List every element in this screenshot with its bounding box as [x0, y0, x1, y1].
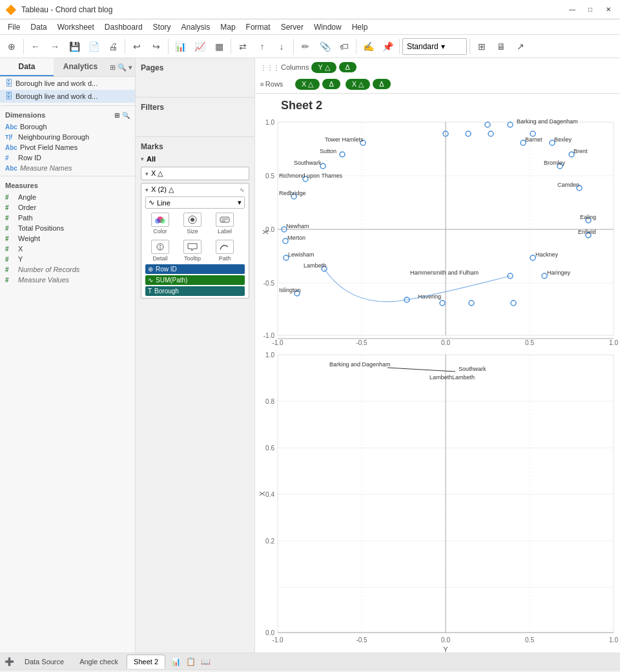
tab-data[interactable]: Data — [0, 58, 54, 76]
menu-story[interactable]: Story — [148, 21, 176, 33]
menu-file[interactable]: File — [3, 21, 25, 33]
tab-analytics[interactable]: Analytics — [54, 58, 107, 76]
datasource-2[interactable]: 🗄 Borough live and work d... — [0, 90, 135, 103]
rows-pill-x2[interactable]: X △ — [346, 79, 370, 90]
toolbar-undo[interactable]: ↩ — [128, 37, 146, 56]
datasource-1[interactable]: 🗄 Borough live and work d... — [0, 77, 135, 90]
tab-add-icon[interactable]: ➕ — [3, 657, 16, 666]
columns-shelf: ⋮⋮⋮ Columns Y △ Δ — [260, 59, 615, 75]
svg-point-4 — [191, 218, 194, 222]
marks-type-label: Line — [157, 199, 170, 207]
field-rowid[interactable]: # Row ID — [0, 152, 135, 163]
toolbar-highlight[interactable]: ✏ — [296, 37, 315, 56]
svg-text:Lewisham: Lewisham — [288, 251, 315, 258]
tab-anglecheck[interactable]: Angle check — [72, 655, 125, 669]
minimize-button[interactable]: — — [566, 3, 579, 16]
toolbar-swap[interactable]: ⇄ — [234, 37, 252, 56]
columns-pill-y[interactable]: Y △ — [311, 62, 336, 73]
svg-text:Southwark: Southwark — [459, 366, 486, 372]
menu-dashboard[interactable]: Dashboard — [99, 21, 148, 33]
toolbar-show-me[interactable]: ▦ — [210, 37, 228, 56]
columns-pill-delta[interactable]: Δ — [339, 62, 356, 72]
toolbar-forward[interactable]: → — [46, 37, 64, 56]
svg-text:LambethLambeth: LambethLambeth — [429, 374, 475, 381]
columns-label: ⋮⋮⋮ Columns — [260, 63, 309, 71]
marks-color[interactable]: Color — [145, 211, 175, 236]
marks-type-selector[interactable]: ∿ Line ▾ — [145, 196, 245, 209]
toolbar-save[interactable]: 💾 — [65, 37, 83, 56]
rows-pill-delta2[interactable]: Δ — [373, 79, 390, 89]
path-label: Path — [219, 255, 231, 262]
toolbar-annotate[interactable]: ✍ — [359, 37, 377, 56]
toolbar-print[interactable]: 🖨 — [104, 37, 122, 56]
marks-all-row: ▾ All — [141, 154, 249, 164]
toolbar-back[interactable]: ← — [26, 37, 45, 56]
toolbar-device[interactable]: 🖥 — [492, 37, 510, 56]
field-totalpos[interactable]: # Total Positions — [0, 223, 135, 233]
menu-help[interactable]: Help — [347, 21, 373, 33]
marks-label-prop[interactable]: Label — [210, 211, 240, 236]
field-x[interactable]: # X — [0, 244, 135, 254]
marks-field-rowid[interactable]: ⊕ Row ID — [145, 264, 245, 274]
left-panel-grid-icon[interactable]: ⊞ — [110, 63, 116, 72]
tab-sheet2[interactable]: Sheet 2 — [127, 655, 165, 669]
tab-new-sheet-icon[interactable]: 📊 — [169, 657, 183, 666]
svg-text:0.0: 0.0 — [265, 629, 274, 636]
marks-path[interactable]: Path — [210, 238, 240, 263]
rows-pill-delta1[interactable]: Δ — [322, 79, 340, 89]
rows-pill-x1[interactable]: X △ — [295, 79, 320, 90]
toolbar-new[interactable]: 📄 — [85, 37, 103, 56]
standard-dropdown[interactable]: Standard ▾ — [402, 38, 467, 55]
tab-new-story-icon[interactable]: 📖 — [199, 657, 212, 666]
svg-text:Bexley: Bexley — [554, 136, 572, 143]
toolbar-redo[interactable]: ↪ — [147, 37, 165, 56]
left-panel-chevron-icon[interactable]: ▾ — [129, 63, 132, 72]
field-borough[interactable]: Abc Borough — [0, 121, 135, 132]
marks-field-path[interactable]: ∿ SUM(Path) — [145, 275, 245, 285]
tab-new-dashboard-icon[interactable]: 📋 — [184, 657, 198, 666]
toolbar-sep-7 — [399, 39, 400, 54]
field-path[interactable]: # Path — [0, 213, 135, 223]
toolbar-label[interactable]: 🏷 — [335, 37, 353, 56]
field-numrecords[interactable]: # Number of Records — [0, 264, 135, 275]
menu-map[interactable]: Map — [215, 21, 240, 33]
field-name-order: Order — [18, 204, 36, 211]
field-y[interactable]: # Y — [0, 254, 135, 264]
divider-1 — [0, 105, 135, 106]
field-order[interactable]: # Order — [0, 202, 135, 213]
toolbar-share[interactable]: ↗ — [512, 37, 530, 56]
marks-size[interactable]: Size — [178, 211, 207, 236]
svg-text:-0.5: -0.5 — [356, 339, 367, 346]
dim-grid-icon[interactable]: ⊞ — [114, 112, 119, 119]
toolbar-fix[interactable]: 📌 — [378, 37, 397, 56]
toolbar-home[interactable]: ⊕ — [3, 37, 21, 56]
field-measurevalues[interactable]: # Measure Values — [0, 275, 135, 285]
maximize-button[interactable]: □ — [584, 3, 597, 16]
tab-datasource[interactable]: Data Source — [17, 655, 71, 669]
marks-field-borough[interactable]: T Borough — [145, 286, 245, 296]
marks-detail[interactable]: Detail — [145, 238, 175, 263]
field-measurenames[interactable]: Abc Measure Names — [0, 163, 135, 173]
toolbar-pin[interactable]: 📎 — [316, 37, 334, 56]
marks-tooltip[interactable]: Tooltip — [178, 238, 207, 263]
menu-window[interactable]: Window — [309, 21, 347, 33]
field-angle[interactable]: # Angle — [0, 192, 135, 202]
menu-worksheet[interactable]: Worksheet — [52, 21, 99, 33]
toolbar-view[interactable]: ⊞ — [473, 37, 491, 56]
dim-search-icon[interactable]: 🔍 — [122, 112, 130, 119]
close-button[interactable]: ✕ — [602, 3, 615, 16]
toolbar-sort-desc[interactable]: ↓ — [273, 37, 291, 56]
svg-point-1 — [155, 218, 160, 224]
field-pivotnames[interactable]: Abc Pivot Field Names — [0, 142, 135, 152]
svg-point-2 — [160, 218, 165, 224]
menu-server[interactable]: Server — [276, 21, 309, 33]
field-neighbouring[interactable]: T|f Neighbouring Borough — [0, 132, 135, 142]
toolbar-sort-asc[interactable]: ↑ — [253, 37, 271, 56]
left-panel-search-icon[interactable]: 🔍 — [118, 63, 127, 72]
toolbar-chart[interactable]: 📊 — [171, 37, 189, 56]
menu-format[interactable]: Format — [241, 21, 276, 33]
field-weight[interactable]: # Weight — [0, 233, 135, 244]
toolbar-bar[interactable]: 📈 — [191, 37, 209, 56]
menu-analysis[interactable]: Analysis — [176, 21, 216, 33]
menu-data[interactable]: Data — [25, 21, 52, 33]
